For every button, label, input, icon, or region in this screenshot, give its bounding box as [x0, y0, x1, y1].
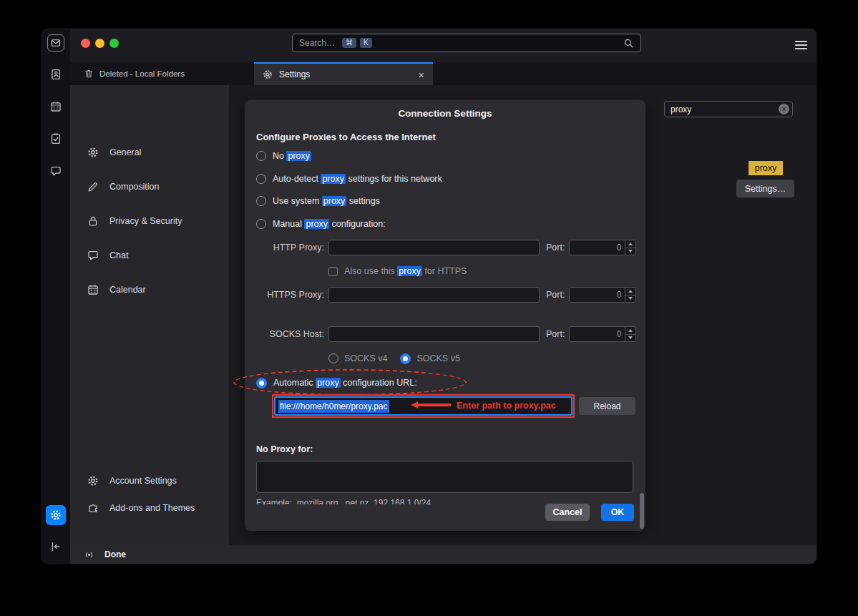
http-proxy-input[interactable]	[328, 240, 540, 255]
minimize-window-button[interactable]	[95, 39, 104, 48]
proxy-url-input[interactable]: file:///home/h0mer/proxy.pac	[274, 396, 572, 416]
label-part: Use system	[273, 196, 322, 206]
mail-space-button[interactable]	[47, 34, 64, 52]
close-tab-icon[interactable]: ×	[418, 69, 424, 80]
kbd-k: K	[360, 38, 372, 48]
port-label: Port:	[546, 243, 565, 253]
label-part: settings	[346, 196, 380, 206]
radio-icon	[256, 196, 266, 206]
thunderbird-window: Search… ⌘ K Deleted - Local Folders Sett…	[42, 29, 816, 564]
calendar-icon[interactable]	[50, 101, 62, 112]
highlighted-term: proxy	[316, 378, 341, 388]
sidebar-item-label: Privacy & Security	[109, 216, 182, 226]
sidebar-item-general[interactable]: General	[70, 142, 229, 163]
port-value: 0	[570, 288, 625, 302]
puzzle-icon	[87, 502, 99, 514]
global-search-bar[interactable]: Search… ⌘ K	[292, 34, 641, 52]
https-proxy-row: HTTPS Proxy: Port: 0	[256, 287, 637, 303]
radio-automatic-url[interactable]: Automatic proxy configuration URL:	[256, 376, 417, 390]
sidebar-item-chat[interactable]: Chat	[70, 245, 229, 266]
example-hint-text: Example: .mozilla.org, .net.nz, 192.168.…	[256, 498, 431, 504]
socks-version-row: SOCKS v4 SOCKS v5	[328, 351, 460, 366]
search-icon	[623, 38, 634, 49]
mail-icon	[51, 38, 61, 48]
radio-socks-v5[interactable]: SOCKS v5	[400, 353, 459, 364]
https-proxy-label: HTTPS Proxy:	[256, 290, 324, 300]
http-port-input[interactable]: 0	[569, 240, 636, 255]
port-spinner[interactable]	[625, 327, 635, 341]
radio-label: Use system proxy settings	[273, 196, 380, 206]
cancel-button[interactable]: Cancel	[545, 504, 590, 521]
label-part: No	[273, 151, 286, 161]
sidebar-item-label: Composition	[109, 182, 159, 192]
socks-host-row: SOCKS Host: Port: 0	[256, 326, 637, 342]
pencil-icon	[87, 181, 99, 192]
radio-icon	[256, 151, 266, 161]
sidebar-item-account-settings[interactable]: Account Settings	[70, 470, 229, 492]
port-spinner[interactable]	[625, 288, 635, 302]
radio-icon	[256, 219, 266, 229]
zoom-window-button[interactable]	[109, 39, 119, 48]
ok-button[interactable]: OK	[601, 504, 634, 521]
dialog-scrollbar-thumb[interactable]	[640, 493, 644, 529]
label-part: settings for this network	[346, 174, 442, 184]
sidebar-item-calendar[interactable]: Calendar	[70, 279, 229, 300]
label-part: Also use this	[344, 266, 397, 276]
radio-no-proxy[interactable]: No proxy	[256, 149, 311, 163]
port-value: 0	[570, 327, 625, 341]
titlebar: Search… ⌘ K	[70, 29, 816, 62]
port-spinner[interactable]	[625, 240, 635, 255]
activity-icon	[84, 549, 94, 560]
collapse-spaces-icon[interactable]	[50, 541, 62, 552]
http-proxy-label: HTTP Proxy:	[256, 243, 324, 253]
chat-icon	[87, 250, 99, 261]
https-port-input[interactable]: 0	[569, 287, 636, 303]
settings-space-button[interactable]	[46, 505, 66, 525]
sidebar-item-label: Calendar	[109, 285, 146, 295]
no-proxy-textarea[interactable]	[256, 461, 633, 493]
status-bar: Done	[70, 545, 816, 564]
trash-icon	[84, 69, 94, 79]
radio-socks-v4[interactable]: SOCKS v4	[328, 353, 387, 363]
clear-search-icon[interactable]: ×	[779, 104, 789, 114]
radio-manual-config[interactable]: Manual proxy configuration:	[256, 217, 386, 231]
account-settings-icon	[87, 475, 99, 487]
sidebar-item-composition[interactable]: Composition	[70, 176, 229, 197]
dialog-title: Connection Settings	[245, 108, 645, 119]
radio-icon	[256, 174, 266, 184]
search-placeholder: Search…	[299, 38, 335, 48]
app-menu-icon[interactable]	[795, 41, 807, 52]
sidebar-item-label: General	[109, 147, 141, 157]
close-window-button[interactable]	[81, 39, 90, 48]
https-proxy-input[interactable]	[328, 287, 540, 303]
sidebar-item-privacy-security[interactable]: Privacy & Security	[70, 210, 229, 232]
radio-label: No proxy	[273, 151, 311, 161]
sidebar-item-label: Account Settings	[109, 476, 177, 486]
gear-icon	[87, 147, 99, 158]
highlighted-term: proxy	[286, 151, 311, 161]
tab-deleted-local-folders[interactable]: Deleted - Local Folders	[84, 62, 185, 85]
radio-use-system[interactable]: Use system proxy settings	[256, 194, 380, 208]
socks-host-input[interactable]	[328, 326, 540, 342]
gear-icon	[263, 69, 273, 79]
label-part: configuration URL:	[341, 378, 417, 388]
tab-settings[interactable]: Settings ×	[254, 62, 433, 85]
address-book-icon[interactable]	[50, 69, 62, 80]
settings-content: Connection Settings Configure Proxies to…	[229, 85, 816, 545]
gear-icon	[50, 509, 62, 521]
socks-port-input[interactable]: 0	[569, 326, 636, 342]
chat-icon[interactable]	[50, 165, 62, 177]
find-match-highlight: proxy	[749, 161, 783, 175]
connection-settings-button[interactable]: Settings…	[736, 180, 794, 197]
radio-label: Manual proxy configuration:	[273, 219, 386, 229]
tasks-icon[interactable]	[50, 133, 62, 145]
port-label: Port:	[546, 290, 565, 300]
radio-auto-detect[interactable]: Auto-detect proxy settings for this netw…	[256, 172, 442, 186]
settings-search-input[interactable]	[664, 101, 793, 117]
sidebar-item-addons-themes[interactable]: Add-ons and Themes	[70, 497, 229, 519]
reload-button[interactable]: Reload	[579, 397, 635, 415]
label-part: configuration:	[329, 219, 386, 229]
share-proxy-checkbox[interactable]: Also use this proxy for HTTPS	[328, 265, 467, 278]
radio-label: Auto-detect proxy settings for this netw…	[273, 174, 442, 184]
sidebar-item-label: Add-ons and Themes	[109, 503, 195, 513]
